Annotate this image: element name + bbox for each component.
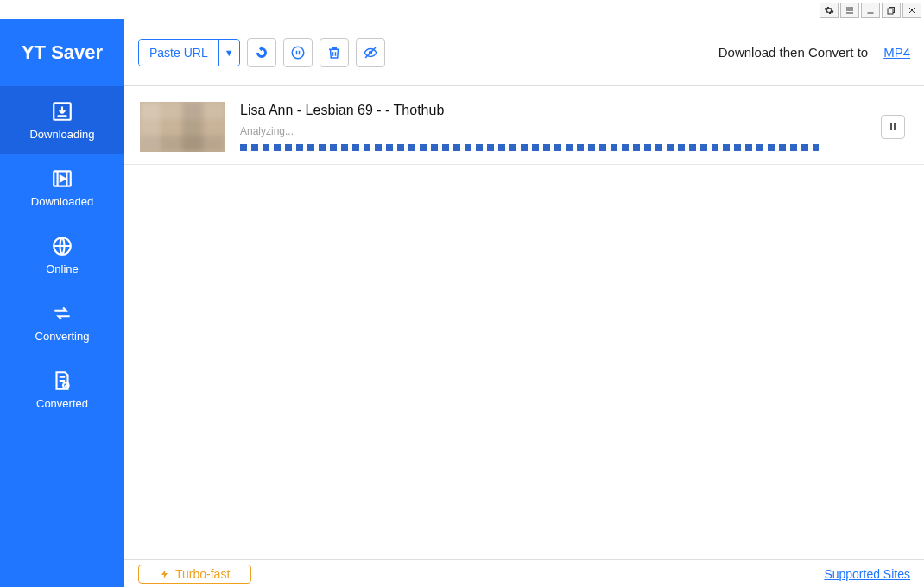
video-thumbnail — [140, 102, 225, 152]
svg-point-15 — [292, 47, 304, 59]
convert-format-link[interactable]: MP4 — [883, 45, 910, 60]
row-pause-button[interactable] — [881, 115, 905, 139]
svg-rect-5 — [888, 9, 893, 14]
close-button[interactable] — [902, 3, 921, 18]
maximize-icon — [886, 5, 896, 16]
download-status: Analyzing... — [240, 125, 865, 137]
sidebar-item-label: Downloaded — [31, 195, 93, 208]
gear-icon — [824, 5, 834, 16]
svg-rect-20 — [890, 123, 892, 130]
sidebar-item-converting[interactable]: Converting — [0, 288, 124, 356]
download-icon — [51, 100, 73, 123]
supported-sites-link[interactable]: Supported Sites — [824, 567, 910, 581]
sidebar-item-label: Online — [46, 262, 79, 275]
bolt-icon — [160, 569, 170, 579]
film-icon — [51, 167, 73, 190]
download-row: Lisa Ann - Lesbian 69 - - Thothub Analyz… — [124, 86, 924, 165]
svg-rect-21 — [894, 123, 896, 130]
delete-button[interactable] — [320, 38, 349, 67]
menu-button[interactable] — [840, 3, 859, 18]
sidebar-nav: Downloading Downloaded Online Converting… — [0, 86, 124, 423]
video-title: Lisa Ann - Lesbian 69 - - Thothub — [240, 103, 865, 118]
globe-icon — [51, 235, 73, 257]
app-brand: YT Saver — [0, 19, 124, 86]
turbo-label: Turbo-fast — [175, 567, 230, 581]
close-icon — [907, 5, 917, 16]
pause-circle-icon — [290, 45, 306, 60]
doc-check-icon — [51, 369, 73, 392]
minimize-button[interactable] — [861, 3, 880, 18]
hide-button[interactable] — [356, 38, 385, 67]
progress-bar — [240, 144, 819, 151]
turbo-fast-button[interactable]: Turbo-fast — [138, 565, 251, 584]
sidebar-item-label: Converting — [35, 330, 90, 343]
pause-icon — [888, 122, 898, 132]
menu-icon — [845, 5, 855, 16]
main-panel: Paste URL ▼ Download then Convert to MP4 — [124, 19, 924, 587]
pause-all-button[interactable] — [283, 38, 313, 67]
sidebar-item-label: Downloading — [29, 128, 94, 141]
chevron-down-icon: ▼ — [225, 47, 234, 58]
paste-url-dropdown[interactable]: ▼ — [218, 40, 239, 66]
paste-url-group: Paste URL ▼ — [138, 39, 240, 66]
maximize-button[interactable] — [882, 3, 901, 18]
window-titlebar — [0, 0, 924, 19]
sidebar-item-downloaded[interactable]: Downloaded — [0, 154, 124, 221]
retry-button[interactable] — [247, 38, 276, 67]
download-list: Lisa Ann - Lesbian 69 - - Thothub Analyz… — [124, 86, 924, 559]
eye-off-icon — [363, 45, 378, 60]
paste-url-button[interactable]: Paste URL — [139, 40, 218, 66]
convert-label: Download then Convert to — [718, 45, 868, 60]
footer: Turbo-fast Supported Sites — [124, 559, 924, 587]
sidebar-item-online[interactable]: Online — [0, 221, 124, 288]
sidebar-item-converted[interactable]: Converted — [0, 356, 124, 423]
toolbar: Paste URL ▼ Download then Convert to MP4 — [124, 19, 924, 86]
sidebar-item-downloading[interactable]: Downloading — [0, 86, 124, 154]
sidebar-item-label: Converted — [36, 397, 88, 410]
svg-marker-12 — [60, 175, 65, 181]
sidebar: YT Saver Downloading Downloaded Online C… — [0, 19, 124, 587]
trash-icon — [326, 45, 342, 60]
minimize-icon — [865, 5, 876, 16]
retry-icon — [254, 45, 269, 60]
convert-icon — [51, 302, 73, 325]
settings-button[interactable] — [820, 3, 839, 18]
